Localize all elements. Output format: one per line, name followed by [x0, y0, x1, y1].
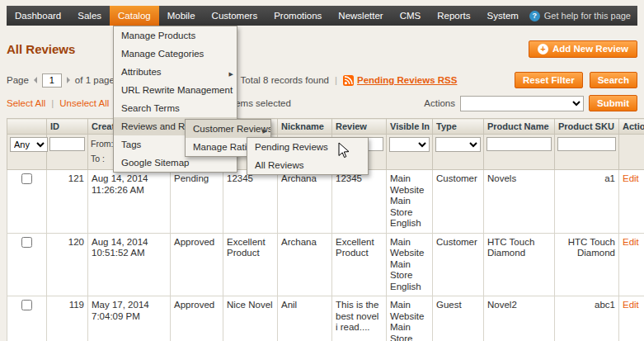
cell-product-name: Novels — [484, 170, 555, 234]
menu-item-search-terms[interactable]: Search Terms — [114, 99, 237, 117]
from-label: From: — [91, 139, 115, 149]
add-new-review-label: Add New Review — [552, 44, 628, 54]
id-filter-input[interactable] — [49, 137, 85, 151]
select-all-link[interactable]: Select All — [7, 98, 45, 108]
nav-item-newsletter[interactable]: Newsletter — [330, 6, 391, 26]
cell-nickname: Archana — [278, 170, 332, 234]
separator: | — [335, 75, 337, 85]
help-label: Get help for this page — [544, 11, 631, 21]
column-header-product-sku[interactable]: Product SKU — [555, 119, 619, 135]
row-checkbox[interactable] — [21, 300, 32, 310]
any-filter-select[interactable]: Any — [10, 137, 48, 152]
nav-item-customers[interactable]: Customers — [204, 6, 266, 26]
cell-product-sku: a1 — [555, 170, 619, 234]
menu-item-all-reviews[interactable]: All Reviews — [247, 156, 368, 174]
grid-toolbar: Page of 1 pages | Total 8 records found … — [7, 72, 637, 88]
menu-item-attributes[interactable]: Attributes▶ — [114, 63, 237, 81]
edit-link[interactable]: Edit — [623, 237, 639, 247]
pager-next-button[interactable] — [65, 75, 75, 85]
cell-nickname: Anil — [278, 296, 332, 341]
cell-action: Edit — [619, 233, 644, 296]
rss-link-label: Pending Reviews RSS — [357, 75, 457, 85]
edit-link[interactable]: Edit — [623, 300, 639, 310]
pager-prev-button[interactable] — [29, 75, 39, 85]
cell-visible-in: Main Website Main Store English — [387, 296, 433, 341]
page-number-input[interactable] — [42, 73, 62, 88]
items-selected-label: items selected — [230, 98, 291, 108]
product-name-filter-input[interactable] — [487, 137, 552, 151]
cell-action: Edit — [619, 296, 644, 341]
column-header-visible-in[interactable]: Visible In — [387, 119, 433, 135]
column-header-type[interactable]: Type — [433, 119, 484, 135]
nav-item-reports[interactable]: Reports — [429, 6, 478, 26]
unselect-all-link[interactable]: Unselect All — [59, 98, 109, 108]
nav-item-mobile[interactable]: Mobile — [159, 6, 204, 26]
help-link[interactable]: ? Get help for this page — [529, 6, 637, 26]
cell-review: This is the best novel i read.... — [332, 296, 387, 341]
cell-id: 120 — [47, 233, 88, 296]
menu-item-customer-reviews[interactable]: Customer Reviews▶ — [186, 120, 270, 138]
pending-reviews-rss-link[interactable]: Pending Reviews RSS — [343, 75, 457, 86]
nav-item-catalog[interactable]: Catalog — [110, 6, 159, 26]
row-checkbox[interactable] — [21, 237, 32, 248]
review-row: 119 May 17, 2014 7:04:09 PM Approved Nic… — [7, 296, 644, 341]
cell-type: Customer — [433, 170, 484, 234]
menu-item-url-rewrite-management[interactable]: URL Rewrite Management — [114, 81, 237, 99]
column-header-review[interactable]: Review — [332, 119, 387, 135]
menu-item-manage-categories[interactable]: Manage Categories — [114, 45, 237, 63]
row-checkbox-cell — [7, 296, 47, 341]
to-label: To : — [91, 154, 115, 163]
nav-item-promotions[interactable]: Promotions — [266, 6, 330, 26]
cell-title: 12345 — [223, 170, 278, 234]
submenu-arrow-icon: ▶ — [263, 126, 267, 137]
column-header-nickname[interactable]: Nickname — [278, 119, 332, 135]
cell-action: Edit — [619, 170, 644, 234]
filter-cell-product-sku — [555, 135, 619, 170]
top-navigation: Dashboard Sales Catalog Mobile Customers… — [7, 6, 637, 26]
add-new-review-button[interactable]: + Add New Review — [529, 40, 637, 58]
records-found-label: Total 8 records found — [241, 75, 329, 85]
cell-product-sku: abc1 — [555, 296, 619, 341]
column-header-id[interactable]: ID — [47, 119, 88, 135]
mouse-cursor — [338, 142, 350, 159]
nav-item-cms[interactable]: CMS — [392, 6, 430, 26]
column-header-action: Action — [619, 119, 644, 135]
pager-prev-icon — [31, 77, 37, 83]
cell-created: Aug 14, 2014 10:51:52 AM — [88, 233, 171, 296]
cell-visible-in: Main Website Main Store English — [387, 233, 433, 296]
cell-type: Customer — [433, 233, 484, 296]
nav-item-dashboard[interactable]: Dashboard — [7, 6, 69, 26]
menu-item-pending-reviews[interactable]: Pending Reviews — [247, 138, 368, 156]
filter-cell-product-name — [484, 135, 555, 170]
search-button[interactable]: Search — [590, 72, 637, 88]
cell-created: May 17, 2014 7:04:09 PM — [88, 296, 171, 341]
filter-cell-visible-in — [387, 135, 433, 170]
header-checkbox-column — [7, 119, 47, 135]
cell-status: Pending — [171, 170, 223, 234]
column-header-product-name[interactable]: Product Name — [484, 119, 555, 135]
row-checkbox-cell — [7, 170, 47, 234]
review-row: 121 Aug 14, 2014 11:26:26 AM Pending 123… — [7, 170, 644, 234]
nav-item-system[interactable]: System — [479, 6, 527, 26]
filter-cell-action — [619, 135, 644, 170]
product-sku-filter-input[interactable] — [557, 137, 616, 151]
reset-filter-button[interactable]: Reset Filter — [515, 72, 583, 88]
menu-item-manage-products[interactable]: Manage Products — [114, 26, 237, 45]
cell-visible-in: Main Website Main Store English — [387, 170, 433, 234]
cell-title: Nice Novel — [223, 296, 278, 341]
actions-label: Actions — [424, 98, 455, 108]
cell-product-name: HTC Touch Diamond — [484, 233, 555, 296]
rss-icon — [343, 75, 354, 86]
pager-next-icon — [67, 77, 73, 83]
actions-select[interactable] — [460, 96, 584, 111]
cell-review: 12345 — [332, 170, 387, 234]
plus-icon: + — [538, 44, 548, 54]
edit-link[interactable]: Edit — [623, 173, 639, 183]
visible-in-filter-select[interactable] — [389, 137, 430, 152]
submit-button[interactable]: Submit — [589, 95, 637, 111]
submenu-arrow-icon: ▶ — [229, 69, 233, 80]
nav-item-sales[interactable]: Sales — [69, 6, 110, 26]
row-checkbox[interactable] — [21, 173, 32, 184]
massaction-bar: Select All | Unselect All | items select… — [7, 95, 637, 111]
type-filter-select[interactable] — [435, 137, 481, 152]
